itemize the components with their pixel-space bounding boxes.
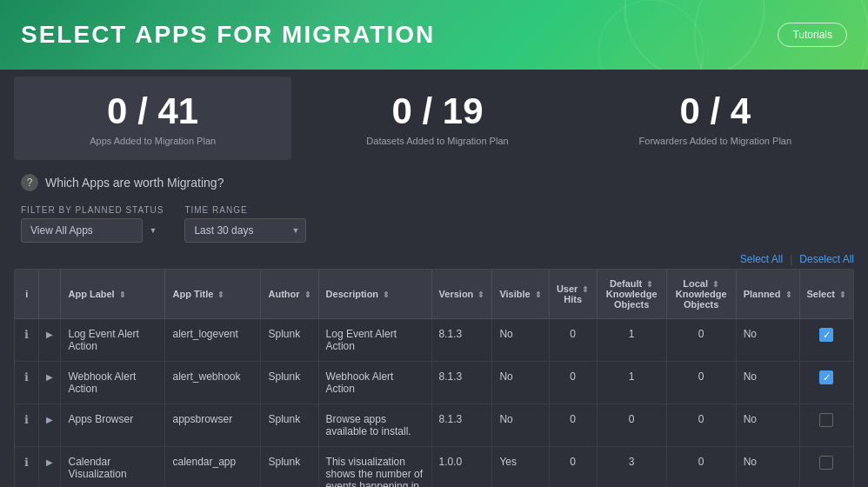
time-filter-select[interactable]: Last 30 daysLast 7 daysLast 60 daysLast … [184,218,306,243]
row-default-knowledge: 0 [597,404,666,447]
status-select-wrapper: View All AppsPlannedNot Planned [21,218,164,243]
row-expand-icon[interactable]: ▶ [39,447,61,488]
forwarders-stat-label: Forwarders Added to Migration Plan [639,136,791,146]
time-filter-label: TIME RANGE [184,205,306,215]
col-header-title[interactable]: App Title ⇕ [165,270,261,319]
row-expand-icon[interactable]: ▶ [39,404,61,447]
col-header-default-knowledge[interactable]: Default ⇕KnowledgeObjects [597,270,666,319]
row-hits: 0 [549,319,597,362]
row-default-knowledge: 1 [597,362,666,404]
row-select-cell[interactable] [799,319,853,362]
row-hits: 0 [549,362,597,404]
row-visible: Yes [492,447,549,488]
col-header-planned[interactable]: Planned ⇕ [736,270,799,319]
row-checkbox[interactable] [819,413,833,427]
table-row: ℹ ▶ Log Event Alert Action alert_logeven… [15,319,853,362]
col-header-select[interactable]: Select ⇕ [799,270,853,319]
table-row: ℹ ▶ Apps Browser appsbrowser Splunk Brow… [15,404,853,447]
row-app-title: alert_webhook [165,362,261,404]
row-checkbox[interactable] [819,456,833,470]
select-all-link[interactable]: Select All [740,253,783,265]
row-app-label: Calendar Visualization [61,447,165,488]
forwarders-stat-card: 0 / 4 Forwarders Added to Migration Plan [577,77,854,160]
apps-stat-number: 0 / 41 [107,90,198,132]
row-version: 8.1.3 [431,362,492,404]
help-icon[interactable]: ? [21,174,38,191]
apps-stat-label: Apps Added to Migration Plan [90,136,216,146]
row-info-icon: ℹ [15,319,39,362]
page-header: SELECT APPS FOR MIGRATION Tutorials [0,0,868,70]
row-author: Splunk [261,362,318,404]
row-description: Browse apps available to install. [318,404,431,447]
col-header-local-knowledge[interactable]: Local ⇕KnowledgeObjects [666,270,736,319]
row-app-title: alert_logevent [165,319,261,362]
apps-table-container: i App Label ⇕ App Title ⇕ Author ⇕ Descr… [14,269,854,487]
row-planned: No [736,362,799,404]
deselect-all-link[interactable]: Deselect All [799,253,854,265]
col-header-info: i [15,270,39,319]
divider: | [790,253,792,265]
filter-row: FILTER BY PLANNED STATUS View All AppsPl… [0,198,868,250]
table-row: ℹ ▶ Webhook Alert Action alert_webhook S… [15,362,853,404]
time-filter-group: TIME RANGE Last 30 daysLast 7 daysLast 6… [184,205,306,243]
col-header-visible[interactable]: Visible ⇕ [492,270,549,319]
row-hits: 0 [549,447,597,488]
row-expand-icon[interactable]: ▶ [39,319,61,362]
row-select-cell[interactable] [799,362,853,404]
datasets-stat-number: 0 / 19 [391,90,483,132]
row-author: Splunk [261,319,318,362]
row-local-knowledge: 0 [666,404,736,447]
row-hits: 0 [549,404,597,447]
col-header-hits[interactable]: User ⇕Hits [549,270,597,319]
row-local-knowledge: 0 [666,362,736,404]
datasets-stat-label: Datasets Added to Migration Plan [366,136,508,146]
apps-stat-card: 0 / 41 Apps Added to Migration Plan [14,77,291,160]
row-version: 8.1.3 [431,319,492,362]
col-header-description[interactable]: Description ⇕ [318,270,431,319]
datasets-stat-card: 0 / 19 Datasets Added to Migration Plan [298,77,576,160]
table-row: ℹ ▶ Calendar Visualization calendar_app … [15,447,853,488]
col-header-expand [39,270,61,319]
row-visible: No [492,404,549,447]
row-info-icon: ℹ [15,447,39,488]
row-default-knowledge: 1 [597,319,666,362]
forwarders-stat-number: 0 / 4 [679,90,751,132]
status-filter-select[interactable]: View All AppsPlannedNot Planned [21,218,143,243]
row-select-cell[interactable] [799,404,853,447]
row-description: Webhook Alert Action [318,362,431,404]
status-filter-group: FILTER BY PLANNED STATUS View All AppsPl… [21,205,164,243]
select-all-row: Select All | Deselect All [0,250,868,269]
stats-row: 0 / 41 Apps Added to Migration Plan 0 / … [0,77,868,160]
row-local-knowledge: 0 [666,447,736,488]
row-planned: No [736,319,799,362]
col-header-label[interactable]: App Label ⇕ [61,270,165,319]
row-description: Log Event Alert Action [318,319,431,362]
row-visible: No [492,319,549,362]
row-app-label: Webhook Alert Action [61,362,165,404]
row-app-title: appsbrowser [165,404,261,447]
row-default-knowledge: 3 [597,447,666,488]
row-checkbox[interactable] [819,370,833,384]
row-select-cell[interactable] [799,447,853,488]
row-app-label: Apps Browser [61,404,165,447]
row-description: This visualization shows the number of e… [318,447,431,488]
status-filter-label: FILTER BY PLANNED STATUS [21,205,164,215]
question-row: ? Which Apps are worth Migrating? [0,167,868,198]
time-select-wrapper: Last 30 daysLast 7 daysLast 60 daysLast … [184,218,306,243]
row-author: Splunk [261,404,318,447]
row-checkbox[interactable] [819,328,833,342]
row-author: Splunk [261,447,318,488]
col-header-author[interactable]: Author ⇕ [261,270,318,319]
question-text: Which Apps are worth Migrating? [45,176,224,190]
apps-table: i App Label ⇕ App Title ⇕ Author ⇕ Descr… [15,270,853,487]
row-info-icon: ℹ [15,404,39,447]
row-planned: No [736,447,799,488]
row-version: 8.1.3 [431,404,492,447]
row-expand-icon[interactable]: ▶ [39,362,61,404]
table-header-row: i App Label ⇕ App Title ⇕ Author ⇕ Descr… [15,270,853,319]
tutorials-button[interactable]: Tutorials [778,23,847,47]
row-local-knowledge: 0 [666,319,736,362]
col-header-version[interactable]: Version ⇕ [431,270,492,319]
page-title: SELECT APPS FOR MIGRATION [21,21,435,49]
row-visible: No [492,362,549,404]
